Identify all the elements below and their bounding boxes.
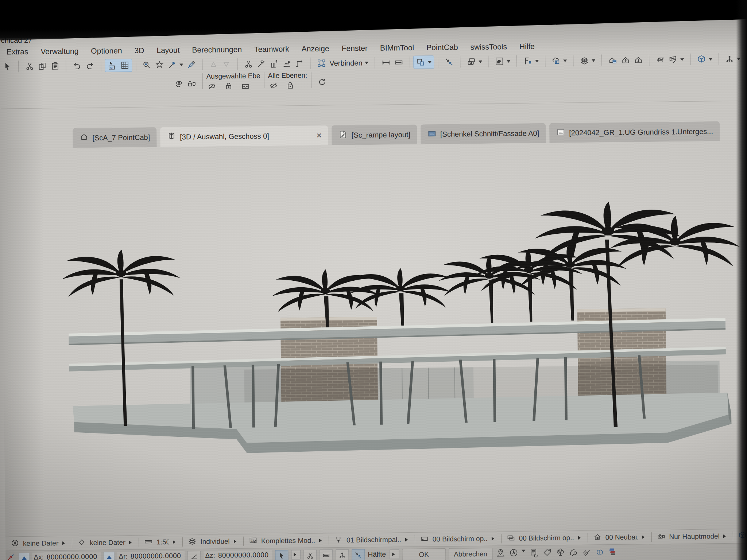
eyeoff-icon[interactable]: [206, 81, 217, 92]
menu-swisstools[interactable]: swissTools: [464, 42, 513, 51]
snowflake-mode-button[interactable]: [336, 549, 349, 560]
cursor-icon[interactable]: [2, 61, 13, 72]
menu-fenster[interactable]: Fenster: [336, 44, 374, 53]
menu-berechnungen[interactable]: Berechnungen: [186, 45, 248, 55]
menu-3d[interactable]: 3D: [128, 46, 150, 55]
houseup-icon[interactable]: [620, 55, 631, 66]
cut-icon[interactable]: [243, 58, 254, 69]
copy-icon[interactable]: [37, 61, 48, 71]
snap-icon[interactable]: [5, 553, 16, 560]
segment-flyout-arrow-icon[interactable]: [578, 536, 582, 540]
lockpair-icon[interactable]: [186, 78, 197, 89]
segment-flyout-arrow-icon[interactable]: [405, 538, 410, 541]
segment-flyout-arrow-icon[interactable]: [642, 535, 646, 539]
framehouse-icon[interactable]: [494, 56, 505, 67]
caret-down-icon[interactable]: [428, 61, 432, 65]
cube3d-icon[interactable]: [696, 54, 707, 65]
cursor-mode-flyout[interactable]: [291, 550, 301, 559]
cursor-mode-button[interactable]: [275, 550, 288, 560]
lasso-icon[interactable]: [568, 547, 578, 557]
menu-extras[interactable]: Extras: [0, 47, 35, 57]
dr-field[interactable]: Δr: 80000000.0000: [117, 551, 185, 560]
half-flyout[interactable]: [390, 549, 399, 559]
lock-icon[interactable]: [285, 80, 296, 91]
status-segment[interactable]: 00 Bildschirm op...: [415, 533, 501, 545]
paste-icon[interactable]: [50, 61, 61, 71]
triup-icon[interactable]: [208, 59, 219, 70]
verbinden-label[interactable]: Verbinden: [329, 59, 362, 67]
menu-pointcab[interactable]: PointCab: [420, 43, 464, 52]
status-segment[interactable]: Komplettes Mod...: [244, 535, 329, 547]
undo-icon[interactable]: [71, 60, 82, 71]
panelpen-icon[interactable]: [667, 54, 678, 65]
axis3d-icon[interactable]: [724, 54, 735, 65]
dimh-icon[interactable]: [380, 57, 391, 68]
eyeoff-icon[interactable]: [268, 80, 279, 91]
menu-anzeige[interactable]: Anzeige: [295, 44, 336, 53]
dx-field[interactable]: Δx: 80000000.0000: [32, 552, 101, 560]
connect-icon[interactable]: [316, 58, 327, 69]
menu-layout[interactable]: Layout: [150, 46, 186, 55]
trim-mode-button[interactable]: [303, 550, 317, 560]
doc-sync-icon[interactable]: [529, 547, 539, 557]
tray-icon[interactable]: [240, 80, 251, 91]
menu-teamwork[interactable]: Teamwork: [248, 44, 295, 54]
caret-down-icon[interactable]: [680, 58, 684, 63]
caret-down-icon[interactable]: [507, 60, 510, 65]
xy-icon[interactable]: [107, 60, 117, 71]
status-segment[interactable]: Nur Hauptmodell: [651, 531, 733, 542]
tab--sc-rampe-layout-[interactable]: [Sc_rampe layout]: [332, 125, 417, 145]
flist-icon[interactable]: [522, 55, 533, 66]
arrowsin-icon[interactable]: [444, 57, 454, 67]
caret-down-icon[interactable]: [564, 59, 567, 64]
tab--2024042-gr-1-ug-grundri[interactable]: [2024042_GR_1.UG Grundriss 1.Unterges...: [549, 121, 720, 143]
cloudpanel-icon[interactable]: [550, 55, 561, 66]
geometry-icon[interactable]: [595, 547, 605, 557]
tree-icon[interactable]: [555, 547, 565, 557]
caret-down-icon[interactable]: [592, 59, 595, 64]
status-segment[interactable]: 01 Bildschirmpal...: [329, 534, 415, 545]
rot-icon[interactable]: [316, 77, 327, 88]
tab--sca-7-pointcab-[interactable]: [ScA_7 PointCab]: [73, 127, 156, 148]
status-segment[interactable]: keine Daten: [5, 538, 72, 549]
segment-flyout-arrow-icon[interactable]: [62, 541, 67, 545]
map-pin-icon[interactable]: [495, 548, 506, 558]
dimbox-icon[interactable]: [393, 57, 404, 68]
lock-icon[interactable]: [223, 81, 234, 92]
status-segment[interactable]: 00 Neubau: [588, 532, 651, 543]
cams-icon[interactable]: [466, 56, 477, 67]
north-arrow-icon[interactable]: [508, 548, 519, 558]
colup-icon[interactable]: [268, 58, 279, 69]
slope-button[interactable]: [187, 551, 201, 560]
segment-flyout-arrow-icon[interactable]: [319, 538, 324, 542]
caret-down-icon[interactable]: [535, 60, 539, 64]
cancel-button[interactable]: Abbrechen: [449, 548, 492, 560]
axe-icon[interactable]: [256, 58, 267, 69]
menu-hilfe[interactable]: Hilfe: [513, 42, 541, 51]
caret-down-icon[interactable]: [180, 63, 183, 68]
status-segment[interactable]: 00 Bildschirm op...: [501, 532, 587, 544]
grid-icon[interactable]: [119, 60, 130, 71]
menu-verwaltung[interactable]: Verwaltung: [34, 47, 85, 56]
levels-icon[interactable]: [281, 58, 292, 69]
ok-button[interactable]: OK: [402, 548, 446, 560]
segment-flyout-arrow-icon[interactable]: [492, 537, 496, 541]
color-stack-icon[interactable]: [608, 547, 618, 557]
zoomsel-icon[interactable]: [142, 59, 152, 70]
segment-flyout-arrow-icon[interactable]: [129, 541, 133, 544]
corner-icon[interactable]: [294, 58, 305, 69]
tab-close-icon[interactable]: ×: [317, 130, 322, 140]
caret-down-icon[interactable]: [709, 58, 712, 62]
layers-icon[interactable]: [579, 55, 590, 66]
dr-toggle-button[interactable]: [104, 552, 114, 560]
status-segment[interactable]: Individuell: [183, 536, 243, 547]
half-mode-button[interactable]: [352, 549, 365, 560]
dz-field[interactable]: Δz: 80000000.0000: [204, 550, 272, 560]
box-mode-button[interactable]: [320, 549, 333, 560]
menu-bimmtool[interactable]: BIMmTool: [374, 43, 421, 52]
tab--schenkel-schnitt-fassad[interactable]: [Schenkel Schnitt/Fassade A0]: [421, 123, 546, 144]
tab--3d-auswahl-geschoss-0-[interactable]: [3D / Auswahl, Geschoss 0]×: [160, 125, 328, 147]
caret-down-icon[interactable]: [479, 61, 482, 65]
cut-icon[interactable]: [24, 61, 35, 72]
housedown-icon[interactable]: [633, 54, 644, 65]
